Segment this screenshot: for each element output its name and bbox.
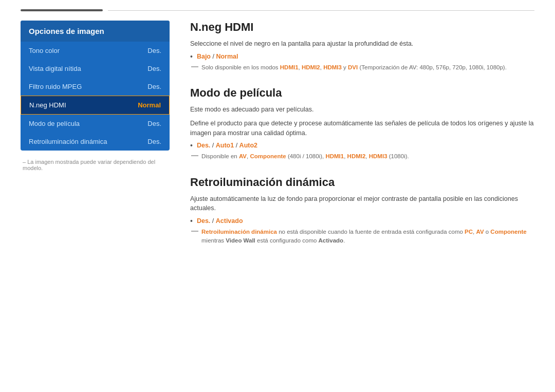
option-separator: / bbox=[236, 142, 239, 149]
section-desc-retroiluminacion: Ajuste automáticamente la luz de fondo p… bbox=[190, 194, 534, 214]
sidebar-item-label: Filtro ruido MPEG bbox=[29, 83, 82, 90]
sidebar-title: Opciones de imagen bbox=[21, 21, 170, 42]
sidebar-item-value: Des. bbox=[147, 120, 161, 127]
sidebar-item-value: Des. bbox=[147, 65, 161, 72]
bullet-options-label: Des. / Auto1 / Auto2 bbox=[197, 142, 257, 149]
note-dash bbox=[191, 66, 198, 67]
section-desc1-modo-pelicula: Este modo es adecuado para ver películas… bbox=[190, 105, 534, 115]
sidebar-item-value: Des. bbox=[147, 47, 161, 54]
bullet-options-label: Bajo / Normal bbox=[197, 53, 238, 60]
section-nneg-hdmi: N.neg HDMI Seleccione el nivel de negro … bbox=[190, 21, 534, 72]
sidebar-item-label: Tono color bbox=[29, 47, 60, 54]
progress-bar-filled bbox=[21, 9, 103, 11]
bullet-dot: • bbox=[190, 141, 193, 150]
note-text: Disponible en AV, Componente (480i / 108… bbox=[201, 152, 409, 161]
sidebar-panel: Opciones de imagen Tono color Des. Vista… bbox=[21, 21, 170, 151]
note-text: Solo disponible en los modos HDMI1, HDMI… bbox=[201, 63, 507, 72]
sidebar-item-vista-digital[interactable]: Vista digital nítida Des. bbox=[21, 60, 170, 78]
sidebar-item-tono-color[interactable]: Tono color Des. bbox=[21, 42, 170, 60]
section-title-modo-pelicula: Modo de película bbox=[190, 86, 534, 100]
bullet-modo-pelicula-options: • Des. / Auto1 / Auto2 bbox=[190, 142, 534, 150]
section-title-retroiluminacion: Retroiluminación dinámica bbox=[190, 176, 534, 189]
sidebar-item-label: Modo de película bbox=[29, 120, 80, 127]
sidebar-item-label: Retroiluminación dinámica bbox=[29, 138, 107, 145]
sidebar-item-value: Des. bbox=[147, 83, 161, 90]
section-desc-nneg-hdmi: Seleccione el nivel de negro en la panta… bbox=[190, 39, 534, 49]
sidebar-item-label: N.neg HDMI bbox=[29, 101, 66, 109]
sidebar-item-modo-pelicula[interactable]: Modo de película Des. bbox=[21, 115, 170, 133]
top-bar bbox=[0, 0, 555, 11]
option-bajo: Bajo bbox=[197, 53, 211, 60]
option-activado: Activado bbox=[216, 217, 243, 225]
note-modo-pelicula: Disponible en AV, Componente (480i / 108… bbox=[190, 152, 534, 161]
bullet-options-label: Des. / Activado bbox=[197, 217, 243, 225]
option-auto2: Auto2 bbox=[239, 142, 257, 149]
note-dash bbox=[191, 231, 198, 232]
sidebar-item-value: Des. bbox=[147, 138, 161, 145]
option-separator: / bbox=[212, 217, 216, 225]
section-modo-pelicula: Modo de película Este modo es adecuado p… bbox=[190, 86, 534, 161]
progress-bar-empty bbox=[108, 10, 534, 11]
note-nneg-hdmi: Solo disponible en los modos HDMI1, HDMI… bbox=[190, 63, 534, 72]
section-desc2-modo-pelicula: Define el producto para que detecte y pr… bbox=[190, 119, 534, 138]
sidebar-item-label: Vista digital nítida bbox=[29, 65, 81, 72]
option-separator: / bbox=[212, 142, 216, 149]
main-content: Opciones de imagen Tono color Des. Vista… bbox=[0, 21, 555, 260]
option-normal: Normal bbox=[216, 53, 238, 60]
option-auto1: Auto1 bbox=[216, 142, 234, 149]
option-des: Des. bbox=[197, 217, 210, 225]
option-des: Des. bbox=[197, 142, 210, 149]
bullet-retroiluminacion-options: • Des. / Activado bbox=[190, 217, 534, 225]
note-text: Retroiluminación dinámica no está dispon… bbox=[201, 228, 534, 246]
right-content: N.neg HDMI Seleccione el nivel de negro … bbox=[190, 21, 534, 260]
bullet-dot: • bbox=[190, 52, 193, 61]
section-title-nneg-hdmi: N.neg HDMI bbox=[190, 21, 534, 34]
sidebar: Opciones de imagen Tono color Des. Vista… bbox=[21, 21, 170, 260]
sidebar-item-filtro-ruido[interactable]: Filtro ruido MPEG Des. bbox=[21, 78, 170, 96]
sidebar-item-value: Normal bbox=[138, 101, 161, 109]
bullet-nneg-hdmi-options: • Bajo / Normal bbox=[190, 53, 534, 61]
sidebar-item-retroiluminacion[interactable]: Retroiluminación dinámica Des. bbox=[21, 133, 170, 151]
note-retroiluminacion: Retroiluminación dinámica no está dispon… bbox=[190, 228, 534, 246]
sidebar-item-nneg-hdmi[interactable]: N.neg HDMI Normal bbox=[21, 96, 170, 115]
section-retroiluminacion: Retroiluminación dinámica Ajuste automát… bbox=[190, 176, 534, 246]
note-dash bbox=[191, 155, 198, 156]
sidebar-note: – La imagen mostrada puede variar depend… bbox=[21, 159, 170, 171]
bullet-dot: • bbox=[190, 217, 193, 225]
